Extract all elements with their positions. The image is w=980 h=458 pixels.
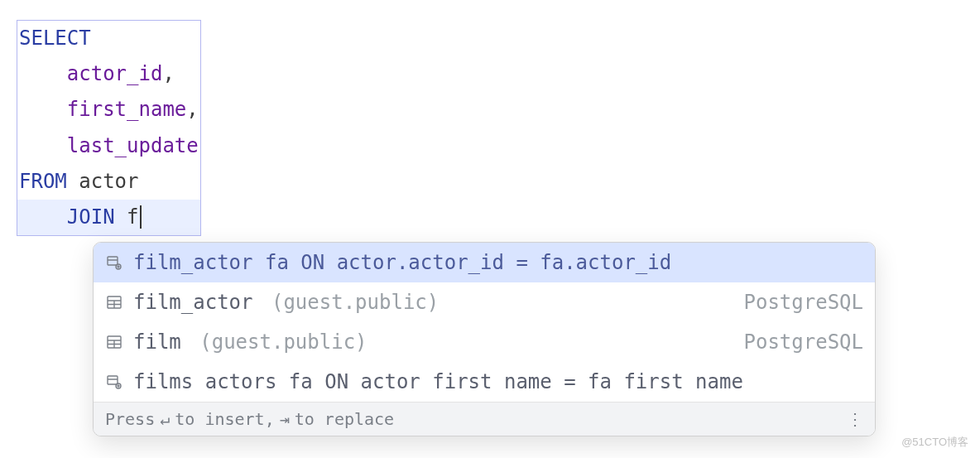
footer-text: to insert, <box>175 409 274 429</box>
code-line: actor_id, <box>17 56 200 92</box>
autocomplete-popup[interactable]: film_actor fa ON actor.actor_id = fa.act… <box>93 242 876 436</box>
footer-text: Press <box>105 409 155 429</box>
comma: , <box>162 62 174 85</box>
comma: , <box>186 98 198 121</box>
code-line: SELECT <box>17 21 200 56</box>
suggestion-item[interactable]: film (guest.public)PostgreSQL <box>94 322 875 362</box>
table-icon <box>105 293 123 311</box>
svg-rect-13 <box>108 376 118 384</box>
suggestion-text: film (guest.public) <box>133 330 734 354</box>
suggestion-primary: film_actor <box>133 291 265 314</box>
code-line-active: JOIN f <box>17 200 200 235</box>
tab-key-icon: ⇥ <box>280 409 290 429</box>
suggestion-primary: films actors fa ON actor first name = fa… <box>133 370 743 393</box>
sql-editor[interactable]: SELECT actor_id, first_name, last_update… <box>17 20 201 236</box>
suggestion-text: film_actor (guest.public) <box>133 291 734 314</box>
code-line: last_update <box>17 128 200 164</box>
footer-hint: Press ↵ to insert, ⇥ to replace <box>105 409 394 429</box>
suggestion-item[interactable]: films actors fa ON actor first name = fa… <box>94 362 875 402</box>
footer-text: to replace <box>295 409 394 429</box>
suggestion-secondary: (guest.public) <box>271 291 439 314</box>
keyword-select: SELECT <box>19 27 91 50</box>
svg-rect-0 <box>108 257 118 265</box>
enter-key-icon: ↵ <box>160 409 170 429</box>
column-actor-id: actor_id <box>67 62 163 85</box>
code-line: FROM actor <box>17 164 200 200</box>
suggestion-item[interactable]: film_actor (guest.public)PostgreSQL <box>94 282 875 322</box>
suggestion-text: film_actor fa ON actor.actor_id = fa.act… <box>133 251 863 274</box>
column-last-update: last_update <box>67 134 199 157</box>
code-line: first_name, <box>17 92 200 128</box>
suggestion-text: films actors fa ON actor first name = fa… <box>133 370 863 393</box>
column-first-name: first_name <box>67 98 187 121</box>
suggestion-primary: film_actor fa ON actor.actor_id = fa.act… <box>133 251 671 274</box>
table-actor: actor <box>67 170 139 193</box>
keyword-from: FROM <box>19 170 67 193</box>
join-icon <box>105 253 123 272</box>
suggestion-primary: film <box>133 330 193 354</box>
suggestion-source: PostgreSQL <box>744 330 864 354</box>
suggestion-item[interactable]: film_actor fa ON actor.actor_id = fa.act… <box>94 243 875 282</box>
keyword-join: JOIN <box>67 205 115 229</box>
suggestion-source: PostgreSQL <box>744 291 864 314</box>
typed-text: f <box>115 205 142 229</box>
join-icon <box>105 373 123 391</box>
table-icon <box>105 333 123 351</box>
autocomplete-footer: Press ↵ to insert, ⇥ to replace ⋮ <box>94 402 875 436</box>
watermark: @51CTO博客 <box>901 435 968 450</box>
more-icon[interactable]: ⋮ <box>847 417 863 422</box>
suggestion-secondary: (guest.public) <box>199 330 367 354</box>
